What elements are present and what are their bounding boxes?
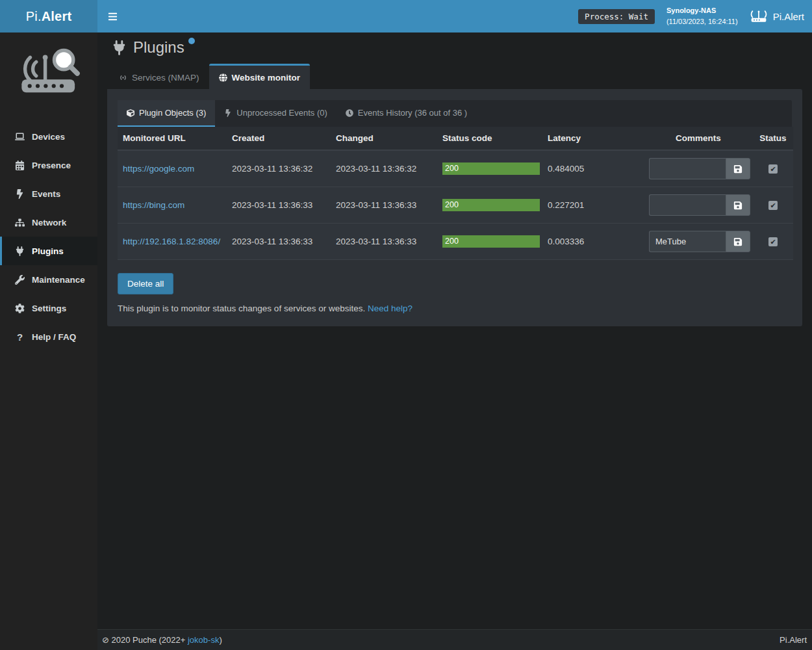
sidebar-item-maintenance[interactable]: Maintenance <box>0 265 97 294</box>
calendar-icon <box>14 161 25 170</box>
save-icon <box>733 237 742 246</box>
device-info: Synology-NAS (11/03/2023, 16:24:11) <box>666 5 738 27</box>
footer-copyright-suffix: ) <box>219 635 222 645</box>
router-search-logo-icon <box>14 43 84 104</box>
sidebar-item-events[interactable]: Events <box>0 179 97 208</box>
inner-tab-plugin-objects[interactable]: Plugin Objects (3) <box>118 100 215 127</box>
created-cell: 2023-03-11 13:36:33 <box>227 187 331 224</box>
column-header-created: Created <box>227 127 331 150</box>
question-icon: ? <box>14 332 25 342</box>
delete-all-button[interactable]: Delete all <box>118 273 173 294</box>
gear-icon <box>14 304 25 313</box>
save-comment-button[interactable] <box>726 194 750 216</box>
footer-author-link[interactable]: jokob-sk <box>188 635 219 645</box>
sitemap-icon <box>14 218 25 228</box>
changed-cell: 2023-03-11 13:36:32 <box>331 150 437 187</box>
inner-tab-unprocessed-events[interactable]: Unprocessed Events (0) <box>215 100 336 127</box>
top-navbar: Process: Wait Synology-NAS (11/03/2023, … <box>97 0 812 32</box>
monitored-url-link[interactable]: https://google.com <box>123 164 194 174</box>
status-checkbox[interactable] <box>768 201 778 210</box>
sidebar-item-label: Events <box>32 189 60 199</box>
cube-icon <box>127 109 134 117</box>
changed-cell: 2023-03-11 13:36:33 <box>331 224 437 260</box>
sidebar-item-network[interactable]: Network <box>0 208 97 237</box>
sidebar-item-settings[interactable]: Settings <box>0 294 97 322</box>
sidebar-logo <box>0 32 97 117</box>
sidebar: Devices Presence Events Network Plugins … <box>0 32 97 650</box>
table-row: http://192.168.1.82:8086/ 2023-03-11 13:… <box>118 224 793 260</box>
sidebar-item-label: Help / FAQ <box>32 332 76 342</box>
sidebar-item-devices[interactable]: Devices <box>0 122 97 151</box>
plug-icon <box>112 40 126 55</box>
bolt-icon <box>14 189 25 199</box>
column-header-latency: Latency <box>542 127 644 150</box>
save-comment-button[interactable] <box>726 158 750 179</box>
monitored-url-link[interactable]: http://192.168.1.82:8086/ <box>123 237 220 246</box>
footer-copyright-text: ⊘ 2020 Puche (2022+ <box>102 635 188 645</box>
changed-cell: 2023-03-11 13:36:33 <box>331 187 437 224</box>
inner-tab-events-history[interactable]: Events History (36 out of 36 ) <box>336 100 476 127</box>
page-title-text: Plugins <box>133 38 184 57</box>
clock-icon <box>346 109 353 117</box>
column-header-comments: Comments <box>644 127 753 150</box>
need-help-link[interactable]: Need help? <box>368 304 412 313</box>
sidebar-menu: Devices Presence Events Network Plugins … <box>0 122 97 351</box>
save-icon <box>733 201 742 210</box>
column-header-monitored-url: Monitored URL <box>118 127 227 150</box>
signal-icon <box>119 73 127 82</box>
plugin-tabs: Services (NMAP) Website monitor <box>107 64 802 89</box>
header-app-name: Pi.Alert <box>773 11 804 22</box>
tab-label: Website monitor <box>232 73 301 83</box>
sidebar-item-plugins[interactable]: Plugins <box>0 237 97 265</box>
latency-cell: 0.227201 <box>542 187 644 224</box>
footer-brand: Pi.Alert <box>780 635 807 645</box>
save-icon <box>733 164 742 174</box>
brand-bold: Alert <box>42 9 72 24</box>
comment-input[interactable] <box>649 231 726 252</box>
inner-tab-label: Events History (36 out of 36 ) <box>358 108 467 118</box>
website-monitor-panel: Plugin Objects (3) Unprocessed Events (0… <box>107 89 802 326</box>
column-header-changed: Changed <box>331 127 437 150</box>
plug-icon <box>14 246 25 256</box>
router-icon <box>750 9 768 23</box>
info-badge[interactable] <box>188 38 195 44</box>
status-checkbox[interactable] <box>768 164 778 174</box>
monitored-url-link[interactable]: https://bing.com <box>123 200 184 210</box>
device-name: Synology-NAS <box>666 5 738 16</box>
column-header-status: Status <box>753 127 793 150</box>
column-header-status-code: Status code <box>437 127 542 150</box>
process-status-badge: Process: Wait <box>578 9 655 24</box>
main-content: Plugins Services (NMAP) Website monitor … <box>97 32 812 629</box>
status-code-bar: 200 <box>442 235 540 248</box>
created-cell: 2023-03-11 13:36:32 <box>227 150 331 187</box>
table-row: https://google.com 2023-03-11 13:36:32 2… <box>118 150 793 187</box>
latency-cell: 0.003336 <box>542 224 644 260</box>
brand-prefix: Pi. <box>26 9 42 24</box>
header-app-brand[interactable]: Pi.Alert <box>750 9 804 23</box>
laptop-icon <box>14 132 25 142</box>
sidebar-item-help-faq[interactable]: ? Help / FAQ <box>0 322 97 351</box>
plugin-description: This plugin is to monitor status changes… <box>118 304 792 313</box>
tab-services-nmap[interactable]: Services (NMAP) <box>109 64 209 89</box>
top-header: Pi.Alert Process: Wait Synology-NAS (11/… <box>0 0 812 32</box>
bolt-icon <box>224 109 232 117</box>
sidebar-item-label: Presence <box>32 161 71 170</box>
comment-input[interactable] <box>649 194 726 216</box>
device-timestamp: (11/03/2023, 16:24:11) <box>666 16 738 27</box>
tab-label: Services (NMAP) <box>132 73 199 83</box>
created-cell: 2023-03-11 13:36:33 <box>227 224 331 260</box>
status-checkbox[interactable] <box>768 237 778 246</box>
table-header-row: Monitored URL Created Changed Status cod… <box>118 127 793 150</box>
status-code-bar: 200 <box>442 199 540 211</box>
sidebar-toggle-button[interactable] <box>97 0 127 32</box>
sidebar-item-label: Maintenance <box>32 275 85 285</box>
tab-website-monitor[interactable]: Website monitor <box>209 64 311 89</box>
sidebar-item-label: Settings <box>32 304 66 313</box>
brand-logo[interactable]: Pi.Alert <box>0 0 97 32</box>
sidebar-item-presence[interactable]: Presence <box>0 151 97 179</box>
comment-input[interactable] <box>649 158 726 179</box>
latency-cell: 0.484005 <box>542 150 644 187</box>
sidebar-item-label: Network <box>32 218 66 228</box>
footer-copyright: ⊘ 2020 Puche (2022+ jokob-sk) <box>102 635 222 645</box>
save-comment-button[interactable] <box>726 231 750 252</box>
